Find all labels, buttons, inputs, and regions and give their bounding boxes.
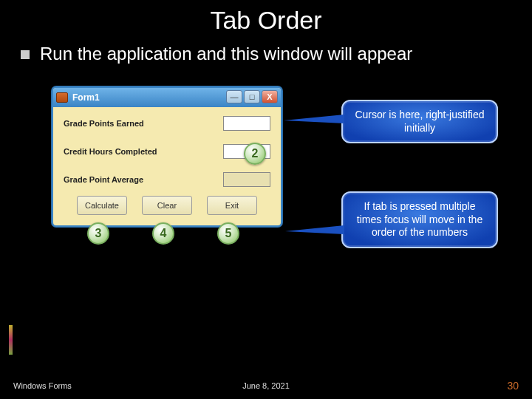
exit-button[interactable]: Exit <box>207 196 257 215</box>
accent-bar-icon <box>9 325 13 355</box>
callout-tail-icon <box>284 115 344 123</box>
tab-badge-3: 3 <box>87 222 109 245</box>
bullet-text: Run the application and this window will… <box>40 44 412 64</box>
app-icon <box>56 92 68 103</box>
button-row: Calculate Clear Exit <box>64 196 270 215</box>
window-titlebar: Form1 — □ X <box>53 88 281 107</box>
input-grade-points[interactable] <box>223 116 270 131</box>
window-title: Form1 <box>72 92 100 103</box>
row-gpa: Grade Point Average <box>64 172 270 187</box>
tab-badge-5: 5 <box>217 222 239 245</box>
label-grade-points: Grade Points Earned <box>64 119 223 128</box>
bullet-item: Run the application and this window will… <box>0 35 532 64</box>
maximize-button[interactable]: □ <box>244 90 260 103</box>
tab-badge-4: 4 <box>152 222 174 245</box>
window-body: Grade Points Earned Credit Hours Complet… <box>53 107 281 225</box>
tab-badge-2: 2 <box>244 143 266 165</box>
minimize-button[interactable]: — <box>226 90 242 103</box>
window-controls: — □ X <box>226 90 278 103</box>
callout-tail-icon <box>285 225 344 234</box>
slide-title: Tab Order <box>0 0 532 35</box>
row-grade-points: Grade Points Earned <box>64 116 270 131</box>
label-credit-hours: Credit Hours Completed <box>64 147 223 156</box>
close-button[interactable]: X <box>262 90 278 103</box>
callout-cursor: Cursor is here, right-justified initiall… <box>341 100 498 143</box>
clear-button[interactable]: Clear <box>142 196 192 215</box>
label-gpa: Grade Point Average <box>64 175 223 184</box>
bullet-marker-icon <box>21 50 30 59</box>
content-area: Form1 — □ X Grade Points Earned Credit H… <box>0 64 532 330</box>
footer-date: June 8, 2021 <box>0 381 532 390</box>
callout-cursor-text: Cursor is here, right-justified initiall… <box>355 109 484 134</box>
calculate-button[interactable]: Calculate <box>77 196 127 215</box>
input-gpa[interactable] <box>223 172 270 187</box>
callout-tab: If tab is pressed multiple times focus w… <box>341 191 498 248</box>
row-credit-hours: Credit Hours Completed <box>64 144 270 159</box>
callout-tab-text: If tab is pressed multiple times focus w… <box>357 200 482 238</box>
slide-footer: Windows Forms June 8, 2021 30 <box>0 380 532 392</box>
